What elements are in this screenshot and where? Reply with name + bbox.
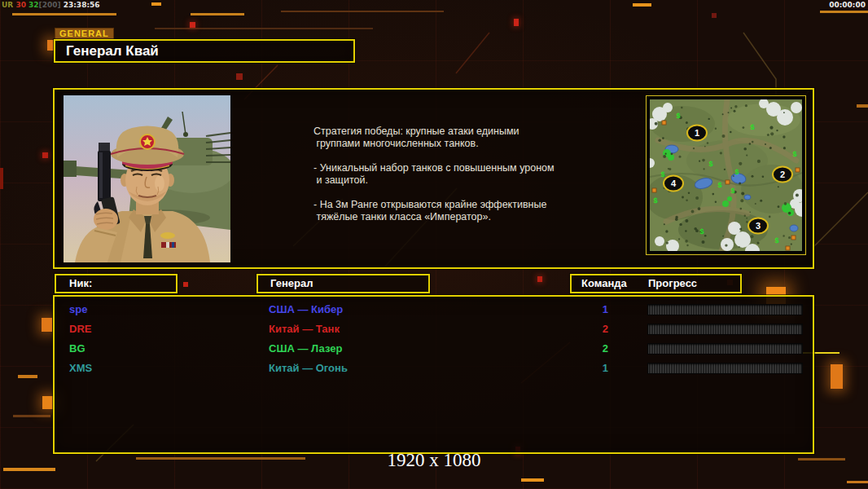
general-info-panel: Стратегия победы: крупные атаки едиными … (53, 88, 814, 269)
start-position-marker: 3 (748, 218, 768, 234)
player-team: 2 (582, 323, 608, 335)
debug-stats: UR 30 32[200] 23:38:56 (2, 1, 100, 9)
description-paragraph: - На 3м Ранге открываются крайне эффекти… (313, 199, 594, 223)
column-header-nick: Ник: (55, 274, 178, 293)
player-nick: XMS (69, 362, 92, 374)
deco-square (712, 13, 717, 18)
supply-dollar-marker: $ (774, 236, 778, 244)
player-general: США — Кибер (269, 303, 343, 315)
deco-dash (633, 3, 651, 7)
supply-dollar-marker: $ (717, 181, 721, 189)
description-paragraph: - Уникальный набор танков с повышенным у… (313, 162, 594, 187)
progress-bar (647, 343, 803, 355)
description: Стратегия победы: крупные атаки едиными … (313, 126, 594, 236)
deco-square (514, 19, 519, 26)
deco-square (42, 318, 52, 332)
player-general: Китай — Огонь (269, 362, 348, 374)
minimap-art: $$$$$$$$$$$1234 (650, 99, 802, 251)
supply-dollar-marker: $ (708, 160, 712, 168)
deco-dash (13, 415, 50, 417)
svg-text:3: 3 (756, 221, 761, 231)
crate-marker (652, 188, 656, 192)
minimap: $$$$$$$$$$$1234 (646, 95, 806, 255)
svg-text:2: 2 (780, 170, 785, 179)
deco-dash (151, 2, 161, 6)
crate-marker (791, 236, 796, 240)
player-team: 1 (582, 362, 608, 374)
crate-marker (786, 246, 790, 250)
deco-square (183, 282, 188, 287)
general-portrait (64, 95, 230, 262)
debug-stat: [200] (39, 1, 61, 9)
player-general: Китай — Танк (269, 323, 340, 335)
match-timer: 00:00:00 (829, 1, 866, 9)
progress-bar (647, 363, 803, 374)
deco-square (0, 168, 3, 189)
deco-dash (820, 11, 868, 13)
start-position-marker: 1 (687, 126, 707, 141)
table-row[interactable]: DREКитай — Танк2 (55, 319, 813, 339)
tab-general[interactable]: GENERAL (55, 28, 114, 40)
player-nick: spe (69, 303, 87, 315)
debug-stat: UR (2, 1, 13, 9)
deco-dash (155, 28, 373, 29)
player-team: 2 (582, 342, 608, 355)
deco-square (190, 22, 195, 28)
debug-stat: 30 (13, 1, 26, 9)
debug-stat: 32 (26, 1, 39, 9)
screen: UR 30 32[200] 23:38:56 00:00:00 GENERAL … (0, 0, 868, 489)
deco-square (537, 276, 542, 282)
crate-marker (726, 180, 730, 184)
deco-dash (847, 481, 868, 483)
page-title: Генерал Квай (54, 39, 355, 63)
crate-marker (796, 168, 800, 172)
supply-dollar-marker: $ (699, 227, 704, 236)
deco-square (831, 364, 843, 389)
player-nick: DRE (69, 323, 91, 335)
crate-marker (662, 121, 666, 125)
description-paragraph: Стратегия победы: крупные атаки едиными … (313, 126, 594, 150)
table-row[interactable]: XMSКитай — Огонь1 (55, 359, 813, 378)
start-position-marker: 2 (773, 167, 792, 183)
supply-dollar-marker: $ (676, 112, 680, 120)
supply-dollar-marker: $ (660, 170, 664, 178)
player-general: США — Лазер (269, 342, 342, 355)
player-team: 1 (582, 303, 608, 315)
deco-dash (857, 104, 868, 108)
deco-dash (521, 478, 544, 482)
start-position-marker: 4 (664, 176, 683, 192)
progress-bar (647, 304, 803, 315)
supply-dollar-marker: $ (730, 187, 734, 195)
svg-text:4: 4 (671, 178, 677, 188)
debug-stat: 23:38:56 (61, 1, 100, 9)
deco-square (236, 73, 243, 80)
svg-text:1: 1 (695, 128, 699, 138)
deco-dash (281, 11, 444, 12)
progress-bar (647, 324, 803, 335)
players-table-panel: speСША — Кибер1DREКитай — Танк2BGСША — Л… (53, 295, 814, 454)
column-header-general: Генерал (256, 274, 430, 293)
deco-dash (191, 13, 244, 15)
deco-dash (18, 375, 37, 378)
table-row[interactable]: BGСША — Лазер2 (55, 339, 813, 359)
supply-dollar-marker: $ (734, 168, 739, 176)
table-row[interactable]: speСША — Кибер1 (55, 300, 813, 319)
table-body: speСША — Кибер1DREКитай — Танк2BGСША — Л… (55, 300, 813, 378)
deco-square (42, 152, 48, 158)
column-header-team-progress: Команда Прогресс (570, 274, 742, 293)
column-header-team: Команда (581, 275, 627, 292)
resolution-label: 1920 x 1080 (0, 450, 868, 471)
general-portrait-art (64, 95, 230, 262)
supply-dollar-marker: $ (792, 150, 796, 158)
deco-dash (12, 13, 116, 15)
player-nick: BG (69, 342, 85, 355)
column-header-progress: Прогресс (648, 275, 697, 292)
supply-dollar-marker: $ (653, 196, 657, 205)
supply-dollar-marker: $ (750, 123, 754, 131)
